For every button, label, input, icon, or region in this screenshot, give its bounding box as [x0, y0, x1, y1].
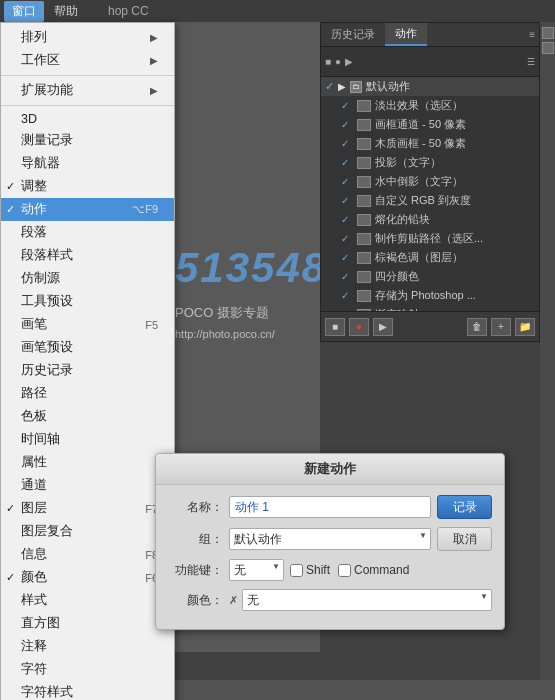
menu-item-layers[interactable]: ✓ 图层 F7 — [1, 497, 174, 520]
menu-item-properties-label: 属性 — [21, 454, 47, 471]
action-2-check: ✓ — [341, 119, 353, 130]
menu-item-swatches[interactable]: 色板 — [1, 405, 174, 428]
panel-menu-icon[interactable]: ≡ — [529, 29, 535, 40]
menu-item-notes[interactable]: 注释 — [1, 635, 174, 658]
color-select[interactable]: 无 红色 橙色 — [242, 589, 492, 611]
panel-record-btn[interactable]: ● — [335, 56, 341, 67]
menu-item-character[interactable]: 字符 — [1, 658, 174, 681]
menu-item-measure[interactable]: 测量记录 — [1, 129, 174, 152]
shift-checkbox[interactable] — [290, 564, 303, 577]
name-input[interactable] — [229, 496, 431, 518]
dialog-group-row: 组： 默认动作 取消 — [168, 527, 492, 551]
action-item-5[interactable]: ✓ 水中倒影（文字） — [321, 172, 539, 191]
action-1-label: 淡出效果（选区） — [375, 98, 463, 113]
tab-actions[interactable]: 动作 — [385, 23, 427, 46]
panel-play-btn[interactable]: ▶ — [345, 56, 353, 67]
ps-title: hop CC — [108, 4, 149, 18]
cancel-button[interactable]: 取消 — [437, 527, 492, 551]
menu-item-measure-label: 测量记录 — [21, 132, 73, 149]
action-8-check: ✓ — [341, 233, 353, 244]
menu-item-info[interactable]: 信息 F8 — [1, 543, 174, 566]
action-item-4[interactable]: ✓ 投影（文字） — [321, 153, 539, 172]
menu-item-workspace[interactable]: 工作区 ▶ — [1, 49, 174, 72]
command-label: Command — [354, 563, 409, 577]
menu-item-history[interactable]: 历史记录 — [1, 359, 174, 382]
action-item-6[interactable]: ✓ 自定义 RGB 到灰度 — [321, 191, 539, 210]
menu-item-clone-src[interactable]: 仿制源 — [1, 267, 174, 290]
shift-checkbox-item: Shift — [290, 563, 330, 577]
menu-item-paragraph-style[interactable]: 段落样式 — [1, 244, 174, 267]
action-item-1[interactable]: ✓ 淡出效果（选区） — [321, 96, 539, 115]
panel-stop-icon-btn[interactable]: ■ — [325, 318, 345, 336]
menu-item-channels[interactable]: 通道 — [1, 474, 174, 497]
action-item-9[interactable]: ✓ 棕褐色调（图层） — [321, 248, 539, 267]
record-button[interactable]: 记录 — [437, 495, 492, 519]
menu-item-brush[interactable]: 画笔 F5 — [1, 313, 174, 336]
menu-item-arrange-label: 排列 — [21, 29, 47, 46]
menu-item-timeline[interactable]: 时间轴 — [1, 428, 174, 451]
adjust-check-icon: ✓ — [6, 180, 15, 193]
arrange-arrow-icon: ▶ — [150, 32, 158, 43]
menu-item-character-label: 字符 — [21, 661, 47, 678]
watermark-number: 513548 — [175, 244, 320, 292]
action-item-10[interactable]: ✓ 四分颜色 — [321, 267, 539, 286]
menu-item-actions[interactable]: ✓ 动作 ⌥F9 — [1, 198, 174, 221]
menu-item-paths[interactable]: 路径 — [1, 382, 174, 405]
new-action-dialog: 新建动作 名称： 记录 组： 默认动作 取消 功能键： 无 F2 — [155, 453, 505, 630]
menu-item-help[interactable]: 帮助 — [46, 1, 86, 22]
menu-item-adjust[interactable]: ✓ 调整 — [1, 175, 174, 198]
func-key-select[interactable]: 无 F2 F3 — [229, 559, 284, 581]
menu-item-histogram-label: 直方图 — [21, 615, 60, 632]
menu-item-color[interactable]: ✓ 颜色 F6 — [1, 566, 174, 589]
group-select[interactable]: 默认动作 — [229, 528, 431, 550]
menu-item-navigator[interactable]: 导航器 — [1, 152, 174, 175]
actions-check-icon: ✓ — [6, 203, 15, 216]
menu-item-styles[interactable]: 样式 — [1, 589, 174, 612]
menu-item-extensions[interactable]: 扩展功能 ▶ — [1, 79, 174, 102]
menu-item-paragraph[interactable]: 段落 — [1, 221, 174, 244]
menu-item-properties[interactable]: 属性 — [1, 451, 174, 474]
panel-folder-icon-btn[interactable]: 📁 — [515, 318, 535, 336]
panel-stop-btn[interactable]: ■ — [325, 56, 331, 67]
right-sidebar — [540, 22, 555, 700]
action-item-2[interactable]: ✓ 画框通道 - 50 像素 — [321, 115, 539, 134]
menu-section-3: 3D 测量记录 导航器 ✓ 调整 ✓ 动作 ⌥F9 段落 段落样式 仿制源 工具… — [1, 106, 174, 700]
panel-options-btn[interactable]: ☰ — [527, 57, 535, 67]
command-checkbox[interactable] — [338, 564, 351, 577]
panel-add-icon-btn[interactable]: + — [491, 318, 511, 336]
color-select-wrap: 无 红色 橙色 — [242, 589, 492, 611]
panel-play-icon-btn[interactable]: ▶ — [373, 318, 393, 336]
menu-item-info-label: 信息 — [21, 546, 47, 563]
action-item-7[interactable]: ✓ 熔化的铅块 — [321, 210, 539, 229]
action-9-icon — [357, 252, 371, 264]
sidebar-tool-2[interactable] — [542, 42, 554, 54]
menu-item-histogram[interactable]: 直方图 — [1, 612, 174, 635]
action-group-header: ✓ ▶ 🗀 默认动作 — [321, 77, 539, 96]
extensions-arrow-icon: ▶ — [150, 85, 158, 96]
action-1-icon — [357, 100, 371, 112]
dialog-body: 名称： 记录 组： 默认动作 取消 功能键： 无 F2 F3 — [156, 485, 504, 629]
menu-item-paragraph-style-label: 段落样式 — [21, 247, 73, 264]
sidebar-tool-1[interactable] — [542, 27, 554, 39]
action-item-11[interactable]: ✓ 存储为 Photoshop ... — [321, 286, 539, 305]
menu-item-character-style[interactable]: 字符样式 — [1, 681, 174, 700]
menu-item-tool-preset[interactable]: 工具预设 — [1, 290, 174, 313]
action-8-label: 制作剪贴路径（选区... — [375, 231, 483, 246]
panel-rec-icon-btn[interactable]: ● — [349, 318, 369, 336]
menu-item-adjust-label: 调整 — [21, 178, 47, 195]
panel-delete-icon-btn[interactable]: 🗑 — [467, 318, 487, 336]
menu-item-workspace-label: 工作区 — [21, 52, 60, 69]
menu-item-brush-preset[interactable]: 画笔预设 — [1, 336, 174, 359]
action-item-8[interactable]: ✓ 制作剪贴路径（选区... — [321, 229, 539, 248]
tab-history[interactable]: 历史记录 — [321, 24, 385, 45]
group-name-label: 默认动作 — [366, 79, 410, 94]
menu-item-paragraph-label: 段落 — [21, 224, 47, 241]
modifier-checkboxes: Shift Command — [290, 563, 409, 577]
menu-item-window[interactable]: 窗口 — [4, 1, 44, 22]
menu-item-3d[interactable]: 3D — [1, 109, 174, 129]
action-item-3[interactable]: ✓ 木质画框 - 50 像素 — [321, 134, 539, 153]
menu-item-layer-comps[interactable]: 图层复合 — [1, 520, 174, 543]
menu-item-brush-label: 画笔 — [21, 316, 47, 333]
menu-item-arrange[interactable]: 排列 ▶ — [1, 26, 174, 49]
group-expand-icon[interactable]: ▶ — [338, 81, 346, 92]
